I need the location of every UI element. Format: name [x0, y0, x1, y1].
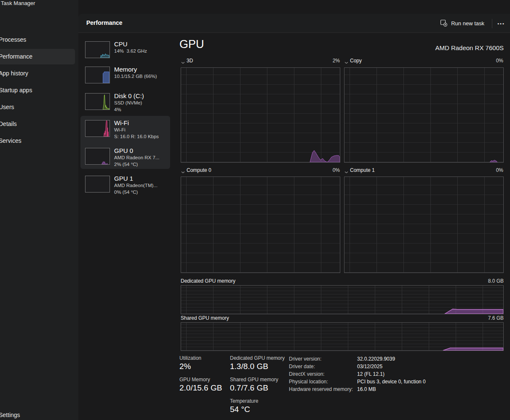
engine-label: 3D [187, 58, 193, 64]
chevron-down-icon[interactable] [344, 169, 348, 175]
chevron-down-icon[interactable] [181, 169, 185, 175]
sidebar-item-label: Performance [0, 53, 32, 60]
sidebar-item-settings[interactable]: Settings [0, 407, 75, 420]
dedicated-memory-scale: 8.0 GB [488, 278, 504, 284]
detail-label: Hardware reserved memory: [289, 386, 353, 392]
shared-memory-chart [181, 322, 504, 351]
stat-value: 2.0/15.6 GB [179, 383, 222, 393]
sidebar-item-app-history[interactable]: App history [0, 66, 75, 81]
engine-header-compute0: Compute 0 0% [181, 167, 340, 174]
detail-value: PCI bus 3, device 0, function 0 [357, 379, 426, 385]
device-name: Disk 0 (C:) [114, 92, 169, 100]
detail-value: 12 (FL 12.1) [357, 371, 385, 377]
device-sublabel: 4% [114, 107, 169, 113]
sidebar-item-label: Services [0, 137, 21, 144]
engine-header-3d: 3D 2% [181, 58, 340, 64]
engine-value: 0% [496, 58, 503, 64]
header-divider [492, 19, 492, 28]
engine-label: Copy [350, 58, 362, 64]
device-text: GPU 0 AMD Radeon RX 7... 2% (54 °C) [114, 147, 169, 168]
engine-label: Compute 1 [350, 167, 375, 173]
device-text: Disk 0 (C:) SSD (NVMe) 4% [114, 92, 169, 113]
stat-label: Shared GPU memory [230, 377, 278, 383]
sidebar-item-label: Users [0, 104, 14, 110]
dedicated-memory-label: Dedicated GPU memory [181, 278, 235, 284]
gpu-adapter-name: AMD Radeon RX 7600S [435, 44, 504, 51]
device-sublabel: 10.1/15.2 GB (66%) [114, 73, 169, 80]
sidebar-item-performance[interactable]: Performance [0, 49, 75, 64]
run-new-task-button[interactable]: Run new task [436, 17, 489, 30]
chevron-down-icon[interactable] [181, 59, 185, 65]
device-name: Wi-Fi [114, 119, 169, 127]
stat-temperature: Temperature 54 °C [230, 398, 258, 415]
device-name: CPU [114, 40, 169, 48]
stat-label: GPU Memory [179, 377, 222, 383]
detail-label: Driver version: [289, 356, 321, 362]
cpu-mini-chart [85, 41, 110, 58]
memory-mini-chart [85, 67, 110, 83]
wifi-mini-chart [85, 120, 110, 137]
stat-value: 54 °C [230, 404, 258, 415]
stat-utilization: Utilization 2% [179, 355, 201, 372]
device-sublabel: Wi-Fi [114, 127, 169, 134]
window-title: Task Manager [1, 0, 35, 6]
stat-shared-memory: Shared GPU memory 0.7/7.6 GB [230, 377, 278, 393]
gpu1-mini-chart [85, 176, 110, 193]
run-new-task-icon [440, 19, 447, 28]
stat-gpu-memory: GPU Memory 2.0/15.6 GB [179, 377, 222, 393]
gpu-page-title: GPU [179, 38, 204, 51]
page-title: Performance [86, 19, 123, 26]
stat-value: 0.7/7.6 GB [230, 383, 278, 393]
device-sublabel: SSD (NVMe) [114, 100, 169, 107]
sidebar-item-startup-apps[interactable]: Startup apps [0, 83, 75, 98]
detail-label: DirectX version: [289, 371, 325, 377]
detail-value: 03/12/2025 [357, 364, 382, 369]
sidebar-item-label: Settings [0, 412, 20, 418]
engine-value: 0% [496, 167, 503, 173]
engine-value: 2% [333, 58, 340, 64]
engine-chart-3d [181, 67, 340, 163]
device-sublabel: 0% (54 °C) [114, 189, 169, 196]
engine-chart-compute1 [344, 177, 504, 273]
device-text: Memory 10.1/15.2 GB (66%) [114, 65, 169, 80]
device-sublabel: 2% (54 °C) [114, 161, 169, 168]
sidebar-item-services[interactable]: Services [0, 133, 75, 149]
engine-value: 0% [333, 167, 340, 173]
sidebar-item-users[interactable]: Users [0, 99, 75, 115]
shared-memory-scale: 7.6 GB [488, 315, 504, 321]
device-sublabel: AMD Radeon(TM)... [114, 182, 169, 189]
engine-chart-copy [344, 67, 504, 163]
detail-value: 32.0.22029.9039 [357, 356, 395, 362]
stat-label: Dedicated GPU memory [230, 355, 285, 361]
detail-label: Driver date: [289, 364, 315, 369]
more-options-button[interactable]: ••• [496, 19, 507, 29]
sidebar: Task Manager Processes Performance App h… [0, 0, 78, 420]
device-name: GPU 1 [114, 174, 169, 182]
gpu0-mini-chart [85, 148, 110, 165]
sidebar-item-label: App history [0, 70, 28, 77]
device-sublabel: S: 16.0 R: 16.0 Kbps [114, 134, 169, 140]
device-name: GPU 0 [114, 147, 169, 155]
sidebar-item-label: Details [0, 120, 17, 127]
device-text: CPU 14% 3.62 GHz [114, 40, 169, 55]
sidebar-item-label: Processes [0, 36, 26, 43]
device-text: GPU 1 AMD Radeon(TM)... 0% (54 °C) [114, 174, 169, 195]
task-manager-window: Task Manager Processes Performance App h… [0, 0, 510, 420]
engine-header-compute1: Compute 1 0% [344, 167, 504, 174]
header-actions: Run new task ••• [436, 14, 507, 33]
engine-header-copy: Copy 0% [344, 58, 504, 64]
sidebar-item-processes[interactable]: Processes [0, 32, 75, 48]
disk-mini-chart [85, 93, 110, 110]
detail-value: 16.0 MB [357, 386, 376, 392]
stat-value: 2% [179, 361, 201, 372]
device-sublabel: 14% 3.62 GHz [114, 48, 169, 55]
page-header: Performance Run new task ••• [78, 14, 510, 33]
shared-memory-label: Shared GPU memory [181, 315, 229, 321]
stat-label: Utilization [179, 355, 201, 361]
chevron-down-icon[interactable] [344, 59, 348, 65]
engine-chart-compute0 [181, 177, 340, 273]
device-sublabel: AMD Radeon RX 7... [114, 155, 169, 161]
run-new-task-label: Run new task [451, 20, 484, 27]
performance-content: CPU 14% 3.62 GHz Memory 10.1/15.2 GB (66… [78, 33, 510, 420]
sidebar-item-details[interactable]: Details [0, 116, 75, 132]
